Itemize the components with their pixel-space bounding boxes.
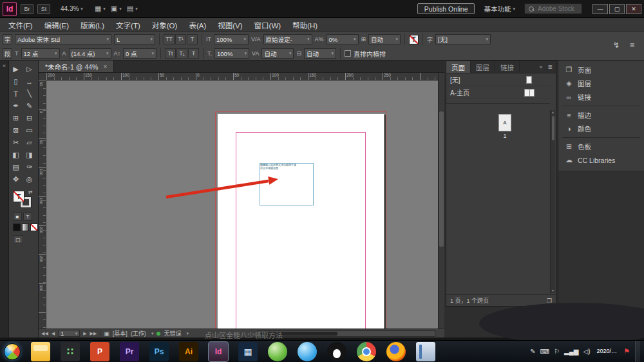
menu-item[interactable]: 文件(F) <box>3 18 39 32</box>
maximize-button[interactable]: ▢ <box>609 4 625 14</box>
dock-cc-libraries-button[interactable]: ☁ CC Libraries <box>558 153 644 167</box>
dock-stroke-button[interactable]: ≡ 描边 <box>558 108 644 122</box>
dock-pages-button[interactable]: ❐ 页面 <box>558 63 644 77</box>
bridge-button[interactable]: Br <box>21 4 33 14</box>
panel-menu-icon[interactable]: ≣ <box>544 64 556 70</box>
font-style-select[interactable]: L ▾ <box>114 34 155 44</box>
pages-panel-scrollbar[interactable]: ▲ ▼ <box>550 110 555 293</box>
gradient-feather-tool[interactable]: ◨ <box>23 149 36 161</box>
rectangle-frame-tool[interactable]: ⊠ <box>9 124 23 137</box>
grid-count-field[interactable]: 自动 ▾ <box>304 48 336 59</box>
clock[interactable]: 2020/… <box>596 348 619 355</box>
tray-network-icon[interactable]: ▂▄▆ <box>564 348 578 355</box>
scissors-tool[interactable]: ✂ <box>9 137 23 149</box>
page-1-thumbnail[interactable]: A <box>498 114 511 131</box>
last-page-button[interactable]: ▶▶ <box>90 331 97 336</box>
none-chip[interactable] <box>30 224 38 231</box>
menu-item[interactable]: 对象(O) <box>146 18 184 32</box>
taskbar-chat-app[interactable]: ∷ <box>61 342 80 361</box>
fill-swatch[interactable]: T <box>13 191 24 202</box>
dock-swatches-button[interactable]: ⊞ 色板 <box>558 140 644 153</box>
type-toggle-button[interactable]: Tt <box>165 48 176 59</box>
hand-tool[interactable]: ✥ <box>9 173 23 186</box>
preflight-profile[interactable]: [基本] <box>113 329 128 338</box>
gradient-swatch-tool[interactable]: ◧ <box>9 149 23 161</box>
pasteboard[interactable]: 随便输入的示例文字内容用于演 示文字排版效果 <box>46 81 438 329</box>
tate-chu-yoko-checkbox[interactable] <box>345 50 351 57</box>
tools-collapse-strip[interactable]: « <box>0 61 9 338</box>
close-tab-icon[interactable]: × <box>103 63 107 70</box>
master-a-row[interactable]: A-主页 <box>446 86 550 99</box>
taskbar-photoshop[interactable]: Ps <box>149 342 169 361</box>
type-toggle-button[interactable]: T₁ <box>176 48 187 59</box>
dock-layers-button[interactable]: ◈ 图层 <box>558 77 644 90</box>
taskbar-thunder[interactable] <box>298 342 317 361</box>
type-toggle-button[interactable]: Ŧ <box>188 48 199 59</box>
gradient-chip[interactable] <box>22 224 30 231</box>
direct-selection-tool[interactable]: ▷ <box>23 63 36 75</box>
horizontal-ruler[interactable]: 20015010050050100150200250 <box>46 73 438 81</box>
adobe-stock-search[interactable] <box>524 3 582 14</box>
taskbar-chrome[interactable] <box>357 342 376 361</box>
screen-mode-button[interactable]: ▢ <box>13 235 23 244</box>
close-button[interactable]: ✕ <box>626 4 641 14</box>
page-tool[interactable]: ▯ <box>9 75 23 88</box>
screen-mode-button[interactable]: ▣ ▾ <box>111 5 122 13</box>
taskbar-qq[interactable] <box>327 342 346 361</box>
vertical-ruler[interactable]: 50050100150200250300 <box>39 81 46 329</box>
horizontal-scale-field[interactable]: 100% ▾ <box>214 34 249 44</box>
zoom-tool[interactable]: ◎ <box>23 173 36 186</box>
character-mode-button[interactable]: 字 <box>3 34 12 44</box>
horizontal-scrollbar[interactable] <box>258 330 435 337</box>
menu-item[interactable]: 窗口(W) <box>249 18 287 32</box>
text-frame[interactable]: 随便输入的示例文字内容用于演 示文字排版效果 <box>260 163 314 205</box>
baseline-shift-field[interactable]: 0 点 ▾ <box>123 48 156 59</box>
dock-links-button[interactable]: ∞ 链接 <box>558 90 644 104</box>
tab-pages[interactable]: 页面 <box>446 61 471 73</box>
type-toggle-button[interactable]: TT <box>164 34 175 44</box>
rectangle-tool[interactable]: ▭ <box>23 124 36 137</box>
font-size-field[interactable]: 12 点 ▾ <box>21 48 60 59</box>
taskbar-indesign[interactable]: Id <box>209 342 228 361</box>
swap-fill-stroke-icon[interactable]: ⇄ <box>28 189 33 195</box>
vertical-grid-tool[interactable]: ⊟ <box>23 112 36 124</box>
scroll-down-icon[interactable]: ▼ <box>551 289 554 292</box>
grid-amount-field[interactable]: 自动 ▾ <box>368 34 401 44</box>
font-family-select[interactable]: Adobe 宋体 Std ▾ <box>15 34 111 44</box>
panel-overflow-icon[interactable]: » <box>537 64 544 70</box>
next-page-button[interactable]: ▶ <box>83 331 86 336</box>
menu-item[interactable]: 编辑(E) <box>39 18 75 32</box>
menu-item[interactable]: 文字(T) <box>110 18 146 32</box>
publish-online-button[interactable]: Publish Online <box>417 3 475 14</box>
proportional-spacing-field[interactable]: 0% ▾ <box>327 34 359 44</box>
tray-volume-icon[interactable]: ◁) <box>583 348 591 355</box>
scroll-up-icon[interactable]: ▲ <box>551 110 554 114</box>
taskbar-grid-app[interactable]: ▦ <box>238 342 258 361</box>
stock-mini-button[interactable]: St <box>37 4 50 14</box>
menu-item[interactable]: 帮助(H) <box>287 18 323 32</box>
document-tab[interactable]: *未命名-1 @ 44% × <box>39 61 114 72</box>
alert-flag-icon[interactable]: ⚑ <box>623 347 630 356</box>
tab-links[interactable]: 链接 <box>495 61 520 73</box>
pen-tool[interactable]: ✒ <box>9 100 23 112</box>
free-transform-tool[interactable]: ▱ <box>23 137 36 149</box>
apply-to-text-button[interactable]: T <box>23 213 32 221</box>
selection-tool[interactable]: ▶ <box>9 63 23 75</box>
type-tool[interactable]: T <box>9 88 23 100</box>
eyedropper-tool[interactable]: ✑ <box>23 161 36 173</box>
minimize-button[interactable]: — <box>592 4 608 14</box>
paragraph-mode-button[interactable]: 段 <box>3 48 12 59</box>
tab-layers[interactable]: 图层 <box>471 61 495 73</box>
type-toggle-button[interactable]: T¹ <box>175 34 186 44</box>
line-tool[interactable]: ╲ <box>23 88 36 100</box>
note-tool[interactable]: ▤ <box>9 161 23 173</box>
zoom-level-dropdown[interactable]: 44.3% ▾ <box>58 4 86 14</box>
tray-pen-icon[interactable]: ✎ <box>530 348 535 355</box>
dock-color-button[interactable]: ◑ 颜色 <box>558 122 644 135</box>
tray-keyboard-icon[interactable]: ⌨ <box>540 348 549 355</box>
vertical-scale-field[interactable]: 100% ▾ <box>214 48 249 59</box>
search-input[interactable] <box>536 5 578 13</box>
menu-item[interactable]: 表(A) <box>183 18 212 32</box>
previous-page-button[interactable]: ◀ <box>52 331 55 336</box>
master-none-row[interactable]: [无] <box>446 73 550 86</box>
